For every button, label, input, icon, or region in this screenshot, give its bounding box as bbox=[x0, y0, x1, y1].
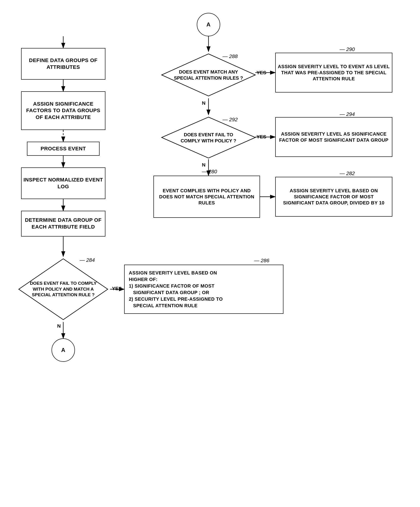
ref-292: — 292 bbox=[222, 117, 238, 123]
box-define-data-groups-text: DEFINE DATA GROUPS OF ATTRIBUTES bbox=[23, 57, 103, 70]
diamond-fail-comply-text: DOES EVENT FAIL TO COMPLY WITH POLICY ? bbox=[181, 132, 236, 143]
box-assign-severity-higher: ASSIGN SEVERITY LEVEL BASED ONHIGHER OF:… bbox=[124, 265, 284, 314]
box-assign-severity-preassigned: ASSIGN SEVERITY LEVEL TO EVENT AS LEVEL … bbox=[275, 53, 392, 92]
ref-282: — 282 bbox=[340, 170, 355, 176]
box-determine-data-group: DETERMINE DATA GROUP OF EACH ATTRIBUTE F… bbox=[21, 211, 105, 237]
box-inspect-event-log-text: INSPECT NORMALIZED EVENT LOG bbox=[23, 176, 103, 190]
diamond-fail-comply-special-text: DOES EVENT FAIL TO COMPLY WITH POLICY AN… bbox=[30, 281, 97, 297]
circle-a-top-label: A bbox=[206, 21, 210, 28]
box-define-data-groups: DEFINE DATA GROUPS OF ATTRIBUTES bbox=[21, 48, 105, 80]
ref-284: — 284 bbox=[80, 257, 95, 263]
ref-280: — 280 bbox=[202, 169, 217, 175]
box-282-text: ASSIGN SEVERITY LEVEL BASED ON SIGNIFICA… bbox=[278, 188, 390, 206]
diamond288-yes-label: YES bbox=[256, 70, 266, 75]
diamond292-n-label: N bbox=[202, 162, 206, 168]
box-event-complies: EVENT COMPLIES WITH POLICY AND DOES NOT … bbox=[153, 176, 260, 218]
box-280-text: EVENT COMPLIES WITH POLICY AND DOES NOT … bbox=[156, 188, 258, 206]
box-assign-significance: ASSIGN SIGNIFICANCE FACTORS TO DATA GROU… bbox=[21, 91, 105, 130]
diamond-fail-comply: DOES EVENT FAIL TO COMPLY WITH POLICY ? bbox=[159, 115, 258, 160]
box-determine-data-group-text: DETERMINE DATA GROUP OF EACH ATTRIBUTE F… bbox=[23, 217, 103, 230]
box-assign-significance-factor: ASSIGN SEVERITY LEVEL AS SIGNIFICANCE FA… bbox=[275, 117, 392, 157]
ref-286: — 286 bbox=[254, 258, 269, 264]
box-assign-significance-text: ASSIGN SIGNIFICANCE FACTORS TO DATA GROU… bbox=[23, 101, 103, 121]
box-inspect-event-log: INSPECT NORMALIZED EVENT LOG bbox=[21, 168, 105, 199]
diamond-match-special: DOES EVENT MATCH ANY SPECIAL ATTENTION R… bbox=[159, 51, 258, 98]
ref-288: — 288 bbox=[222, 53, 238, 59]
box-assign-severity-divided: ASSIGN SEVERITY LEVEL BASED ON SIGNIFICA… bbox=[275, 177, 392, 217]
box-290-text: ASSIGN SEVERITY LEVEL TO EVENT AS LEVEL … bbox=[278, 63, 390, 82]
diamond-fail-comply-special: DOES EVENT FAIL TO COMPLY WITH POLICY AN… bbox=[16, 256, 110, 322]
box-294-text: ASSIGN SEVERITY LEVEL AS SIGNIFICANCE FA… bbox=[278, 131, 390, 143]
ref-294: — 294 bbox=[340, 111, 355, 117]
box-286-text: ASSIGN SEVERITY LEVEL BASED ONHIGHER OF:… bbox=[129, 270, 223, 308]
diamond292-yes-label: YES bbox=[256, 134, 266, 140]
circle-a-top: A bbox=[197, 13, 220, 36]
diamond-match-special-text: DOES EVENT MATCH ANY SPECIAL ATTENTION R… bbox=[174, 69, 243, 81]
diamond284-n-label: N bbox=[57, 323, 61, 329]
diamond284-yes-label: YES bbox=[112, 286, 122, 291]
circle-a-bottom-label: A bbox=[61, 347, 65, 353]
box-process-event-text: PROCESS EVENT bbox=[41, 145, 86, 152]
box-process-event: PROCESS EVENT bbox=[27, 142, 100, 156]
ref-290: — 290 bbox=[340, 46, 355, 52]
circle-a-bottom: A bbox=[51, 338, 75, 362]
diamond288-n-label: N bbox=[202, 100, 206, 106]
